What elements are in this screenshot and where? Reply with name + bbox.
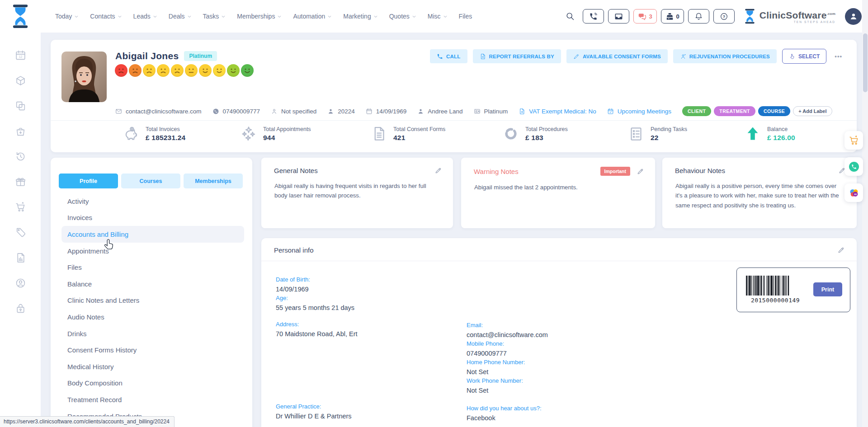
chevron-down-icon (327, 14, 332, 19)
nav-item-marketing[interactable]: Marketing (343, 13, 377, 20)
mood-face-10[interactable] (241, 64, 254, 77)
mood-face-6[interactable] (185, 64, 198, 77)
edit-note-icon[interactable] (637, 168, 644, 175)
call-center-button[interactable] (583, 9, 604, 23)
edit-note-icon[interactable] (434, 167, 442, 174)
help-icon: ? (720, 12, 728, 21)
person-icon (327, 108, 334, 115)
tab-memberships[interactable]: Memberships (184, 174, 243, 188)
menu-item-drinks[interactable]: Drinks (61, 325, 244, 342)
nav-item-today[interactable]: Today (55, 13, 79, 20)
call-fab-button[interactable] (844, 157, 863, 176)
report-referrals-by-button[interactable]: REPORT REFERRALS BY (473, 49, 561, 63)
contact-upcoming-meetings[interactable]: Upcoming Meetings (607, 108, 671, 115)
menu-item-audio-notes[interactable]: Audio Notes (61, 309, 244, 325)
mood-face-2[interactable] (129, 64, 142, 77)
mood-face-9[interactable] (227, 64, 240, 77)
cart-fab-button[interactable] (844, 131, 863, 150)
menu-item-clinic-notes-and-letters[interactable]: Clinic Notes and Letters (61, 292, 244, 309)
nav-item-leads[interactable]: Leads (133, 13, 157, 20)
mood-rating (115, 64, 254, 77)
menu-item-balance[interactable]: Balance (61, 276, 244, 292)
note-body: Abigail really is having frequent visits… (261, 174, 453, 201)
ai-fab-button[interactable]: AI (844, 183, 863, 202)
nav-label: Tasks (203, 13, 219, 20)
vault-icon[interactable] (15, 303, 26, 314)
contact-vat-exempt-medical-no[interactable]: VAT Exempt Medical: No (519, 108, 596, 115)
nav-item-automation[interactable]: Automation (293, 13, 332, 20)
nav-item-files[interactable]: Files (459, 13, 472, 20)
chat-button[interactable]: 3 (633, 9, 656, 23)
svg-text:AI: AI (854, 192, 856, 195)
task-list-icon (628, 126, 644, 142)
rejuvenation-procedures-button[interactable]: REJUVENATION PROCEDURES (673, 49, 777, 63)
mood-face-5[interactable] (171, 64, 184, 77)
menu-item-files[interactable]: Files (61, 259, 244, 276)
package-icon[interactable] (15, 75, 26, 86)
mood-face-4[interactable] (157, 64, 170, 77)
user-avatar[interactable] (845, 8, 862, 25)
menu-item-body-composition[interactable]: Body Composition (61, 375, 244, 392)
client-stats: Total Invoices£ 185231.24Total Appointme… (51, 126, 857, 148)
calendar-12-icon[interactable]: 12 (15, 50, 26, 61)
search-button[interactable] (563, 9, 577, 23)
menu-item-invoices[interactable]: Invoices (61, 210, 244, 226)
select-button[interactable]: SELECT (782, 49, 826, 64)
copy-icon[interactable] (15, 100, 26, 112)
chat-icon (638, 12, 646, 21)
client-photo[interactable] (61, 52, 107, 102)
scrollbar-thumb[interactable] (863, 33, 868, 92)
mood-face-7[interactable] (199, 64, 212, 77)
pos-count: 0 (676, 13, 679, 20)
print-barcode-button[interactable]: Print (813, 282, 842, 296)
chevron-down-icon (443, 14, 448, 19)
call-button[interactable]: CALL (430, 49, 467, 63)
nav-item-misc[interactable]: Misc (428, 13, 448, 20)
menu-item-medical-history[interactable]: Medical History (61, 358, 244, 375)
nav-item-memberships[interactable]: Memberships (237, 13, 282, 20)
menu-item-appointments[interactable]: Appointments (61, 243, 244, 259)
donut-chart-icon (503, 126, 519, 142)
nav-label: Quotes (389, 13, 410, 20)
basket-icon[interactable] (15, 126, 26, 137)
menu-item-treatment-record[interactable]: Treatment Record (61, 391, 244, 408)
add-label-button[interactable]: + Add Label (793, 106, 832, 116)
contact-20224: 20224 (327, 108, 355, 115)
notifications-button[interactable] (688, 9, 709, 23)
menu-item-accounts-and-billing[interactable]: Accounts and Billing (61, 226, 244, 243)
tab-profile[interactable]: Profile (59, 174, 118, 188)
menu-item-consent-forms-history[interactable]: Consent Forms History (61, 342, 244, 358)
app-logo-icon[interactable] (10, 4, 31, 29)
barcode-number: 2015000000149 (741, 297, 810, 304)
piggy-bank-icon (123, 126, 139, 142)
cart-icon[interactable] (15, 202, 26, 213)
account-icon[interactable] (15, 277, 26, 289)
more-actions-button[interactable]: ••• (832, 52, 845, 60)
available-consent-forms-button[interactable]: AVAILABLE CONSENT FORMS (566, 49, 668, 63)
contact-platinum: Platinum (474, 108, 508, 115)
phone-call-icon (589, 12, 598, 21)
help-button[interactable]: ? (713, 9, 735, 23)
nav-item-deals[interactable]: Deals (169, 13, 192, 20)
nav-item-tasks[interactable]: Tasks (203, 13, 226, 20)
brand-logo[interactable]: ClinicSoftware.com TEN STEPS AHEAD (743, 8, 835, 24)
nav-item-contacts[interactable]: Contacts (90, 13, 122, 20)
mood-face-8[interactable] (213, 64, 226, 77)
field-age: Age:55 years 5 months 21 days (276, 294, 457, 312)
report-chart-icon[interactable] (15, 252, 26, 263)
mood-face-3[interactable] (143, 64, 156, 77)
note-card-behaviour-notes: Behaviour Notes Abigail really is a posi… (662, 158, 857, 228)
client-actions: CALLREPORT REFERRALS BYAVAILABLE CONSENT… (430, 49, 845, 64)
mood-face-1[interactable] (115, 64, 127, 77)
history-icon[interactable] (15, 151, 26, 162)
nav-item-quotes[interactable]: Quotes (389, 13, 416, 20)
vat-doc-icon (519, 108, 525, 115)
menu-item-activity[interactable]: Activity (61, 193, 244, 210)
pos-button[interactable]: 0 (661, 9, 684, 23)
price-tag-icon[interactable] (15, 227, 26, 238)
edit-personal-info-icon[interactable] (837, 246, 845, 254)
stat-total-procedures: Total Procedures£ 183 (503, 126, 568, 142)
tab-courses[interactable]: Courses (121, 174, 180, 188)
inbox-button[interactable] (608, 9, 629, 23)
gift-icon[interactable] (15, 176, 26, 188)
